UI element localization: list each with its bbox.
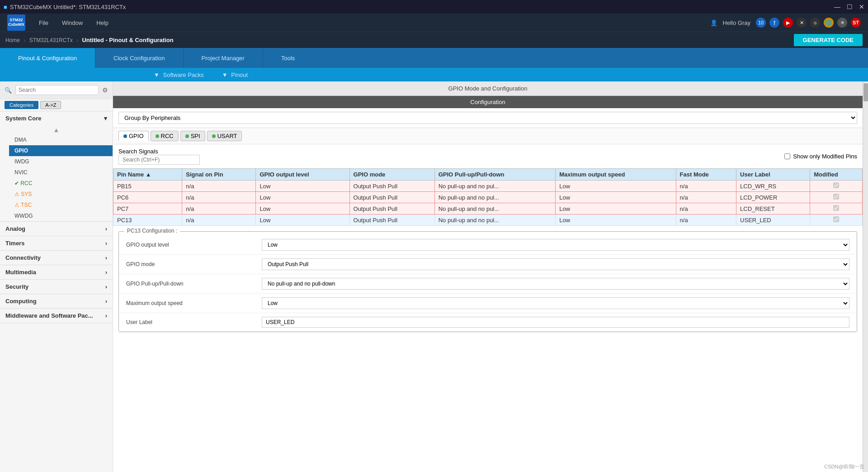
config-select-output-level[interactable]: Low (262, 239, 849, 251)
scrollbar-thumb[interactable] (863, 83, 868, 101)
col-signal[interactable]: Signal on Pin (182, 169, 256, 181)
col-fast[interactable]: Fast Mode (676, 169, 736, 181)
col-label[interactable]: User Label (736, 169, 810, 181)
main-layout: 🔍 ⚙ Categories A->Z System Core ▾ ▲ DMA … (0, 81, 868, 472)
breadcrumb-active: Untitled - Pinout & Configuration (82, 37, 173, 43)
group-by-select[interactable]: Group By Peripherals (118, 112, 857, 124)
tab-clock[interactable]: Clock Configuration (95, 48, 183, 68)
breadcrumb-home[interactable]: Home (5, 37, 20, 43)
cell-signal: n/a (182, 215, 256, 226)
sidebar-item-tsc[interactable]: ⚠ TSC (9, 200, 113, 210)
category-computing-header[interactable]: Computing › (0, 294, 113, 308)
search-input[interactable] (15, 85, 99, 95)
config-select-mode[interactable]: Output Push Pull (262, 258, 849, 270)
sidebar-tab-buttons: Categories A->Z (0, 99, 113, 111)
subtab-software-packs[interactable]: ▼ Software Packs (154, 72, 204, 78)
table-row[interactable]: PC13 n/a Low Output Push Pull No pull-up… (113, 215, 863, 226)
gpio-dot (123, 134, 127, 138)
category-middleware-header[interactable]: Middleware and Software Pac... › (0, 309, 113, 323)
col-speed[interactable]: Maximum output speed (556, 169, 676, 181)
icon-youtube[interactable]: ▶ (783, 18, 793, 28)
spi-dot (185, 134, 189, 138)
cell-modified (810, 181, 863, 192)
category-multimedia-header[interactable]: Multimedia › (0, 265, 113, 279)
config-row-pull: GPIO Pull-up/Pull-down No pull-up and no… (119, 274, 857, 294)
tab-project[interactable]: Project Manager (184, 48, 263, 68)
system-core-items: DMA GPIO IWDG NVIC ✔ RCC ⚠ SYS ⚠ TSC WWD… (0, 134, 113, 221)
show-modified-checkbox[interactable] (784, 153, 790, 159)
icon-x[interactable]: ✕ (797, 18, 807, 28)
search-signals-label: Search Signals (118, 148, 200, 165)
subtab-pinout[interactable]: ▼ Pinout (222, 72, 248, 78)
col-pin-name[interactable]: Pin Name ▲ (113, 169, 182, 181)
category-security: Security › (0, 280, 113, 294)
gpio-table: Pin Name ▲ Signal on Pin GPIO output lev… (113, 168, 863, 226)
table-row[interactable]: PC6 n/a Low Output Push Pull No pull-up … (113, 192, 863, 203)
col-pull[interactable]: GPIO Pull-up/Pull-down (434, 169, 556, 181)
icon-facebook[interactable]: f (769, 18, 779, 28)
tab-categories-button[interactable]: Categories (5, 101, 38, 109)
maximize-button[interactable]: ☐ (847, 3, 853, 10)
cell-pull: No pull-up and no pul... (434, 203, 556, 215)
icon-asterisk[interactable]: ✳ (837, 18, 847, 28)
config-label-pull: GPIO Pull-up/Pull-down (126, 281, 253, 287)
config-select-speed[interactable]: Low (262, 297, 849, 309)
sidebar-item-rcc[interactable]: ✔ RCC (9, 178, 113, 189)
config-input-user-label[interactable] (262, 317, 849, 328)
table-row[interactable]: PC7 n/a Low Output Push Pull No pull-up … (113, 203, 863, 215)
minimize-button[interactable]: — (834, 3, 840, 10)
config-row-mode: GPIO mode Output Push Pull (119, 255, 857, 274)
search-signals-input[interactable] (118, 155, 200, 165)
icon-globe[interactable]: 🌐 (824, 18, 834, 28)
config-row-speed: Maximum output speed Low (119, 294, 857, 313)
pin-tab-rcc[interactable]: RCC (151, 131, 179, 141)
category-analog: Analog › (0, 222, 113, 236)
cell-label: LCD_WR_RS (736, 181, 810, 192)
table-row[interactable]: PB15 n/a Low Output Push Pull No pull-up… (113, 181, 863, 192)
icon-st[interactable]: ST (851, 18, 861, 28)
category-system-core: System Core ▾ ▲ DMA GPIO IWDG NVIC ✔ RCC… (0, 111, 113, 222)
pin-tab-gpio[interactable]: GPIO (118, 131, 149, 141)
pc13-config-section: PC13 Configuration : GPIO output level L… (118, 231, 857, 332)
config-row-output-level: GPIO output level Low (119, 235, 857, 255)
config-select-pull[interactable]: No pull-up and no pull-down (262, 278, 849, 290)
generate-code-button[interactable]: GENERATE CODE (794, 34, 863, 46)
tab-az-button[interactable]: A->Z (40, 101, 61, 109)
config-label-mode: GPIO mode (126, 261, 253, 267)
sidebar-item-gpio[interactable]: GPIO (9, 145, 113, 156)
category-security-header[interactable]: Security › (0, 280, 113, 294)
tab-tools[interactable]: Tools (263, 48, 313, 68)
category-system-core-header[interactable]: System Core ▾ (0, 111, 113, 125)
icon-github[interactable]: ⌾ (810, 18, 820, 28)
pin-tab-spi[interactable]: SPI (180, 131, 205, 141)
sidebar-item-sys[interactable]: ⚠ SYS (9, 189, 113, 200)
category-analog-header[interactable]: Analog › (0, 222, 113, 236)
menu-window[interactable]: Window (62, 19, 83, 26)
menu-help[interactable]: Help (96, 19, 108, 26)
pc13-config-title: PC13 Configuration : (124, 228, 180, 234)
col-output-level[interactable]: GPIO output level (256, 169, 349, 181)
col-modified[interactable]: Modified (810, 169, 863, 181)
tab-pinout[interactable]: Pinout & Configuration (0, 48, 95, 68)
sidebar-item-iwdg[interactable]: IWDG (9, 156, 113, 167)
category-connectivity-header[interactable]: Connectivity › (0, 251, 113, 265)
titlebar-controls: — ☐ ✕ (834, 3, 864, 10)
cell-modified (810, 215, 863, 226)
icon-10[interactable]: 10 (756, 18, 766, 28)
pin-tab-usart[interactable]: USART (207, 131, 242, 141)
vertical-scrollbar[interactable] (863, 81, 868, 472)
gear-icon[interactable]: ⚙ (102, 86, 108, 94)
titlebar: ■ STM32CubeMX Untitled*: STM32L431RCTx —… (0, 0, 868, 14)
cell-fast: n/a (676, 203, 736, 215)
breadcrumb-chip[interactable]: STM32L431RCTx (29, 37, 73, 43)
rcc-dot (156, 134, 159, 138)
table-header-row: Pin Name ▲ Signal on Pin GPIO output lev… (113, 169, 863, 181)
sidebar-item-wwdg[interactable]: WWDG (9, 210, 113, 221)
sidebar-item-dma[interactable]: DMA (9, 134, 113, 145)
category-timers-header[interactable]: Timers › (0, 236, 113, 250)
menu-file[interactable]: File (39, 19, 48, 26)
sidebar-item-nvic[interactable]: NVIC (9, 167, 113, 178)
col-mode[interactable]: GPIO mode (349, 169, 434, 181)
close-button[interactable]: ✕ (859, 3, 864, 10)
config-header: Configuration (113, 96, 863, 108)
